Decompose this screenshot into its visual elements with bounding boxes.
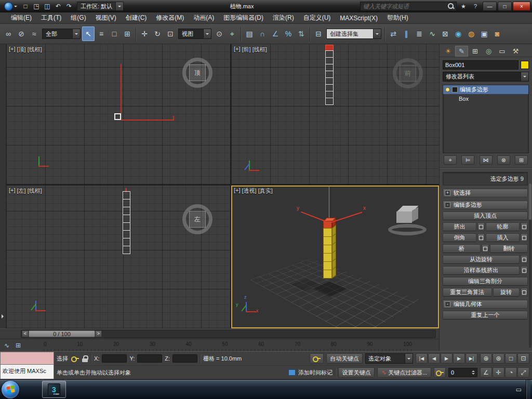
search-input[interactable] [361,3,447,9]
schematic-view-icon[interactable]: ⊠ [439,26,451,41]
add-time-tag-label[interactable]: 添加时间标记 [298,369,332,377]
tab-motion-icon[interactable]: ◎ [482,46,495,57]
menu-item[interactable]: MAXScript(X) [335,12,382,23]
viewcube-gizmo[interactable]: 前 [393,58,423,88]
viewcube-face[interactable]: 前 [400,65,416,82]
rotate-icon[interactable]: ↻ [151,26,164,41]
viewport-menu-button[interactable]: [+] [234,187,241,195]
unlink-icon[interactable]: ⊘ [15,26,28,41]
hinge-settings-button[interactable] [521,255,528,264]
gizmo-y-axis[interactable] [301,211,329,223]
flip-button[interactable]: 翻转 [490,244,528,253]
close-button[interactable]: × [513,2,530,11]
key-filters-button[interactable]: ∿ 关键点过滤器... [377,367,431,378]
move-icon[interactable]: ✛ [138,26,151,41]
scrollbar-thumb[interactable] [529,183,531,220]
box-front-faces[interactable] [323,220,332,278]
selection-filter-dropdown[interactable]: 全部 [42,29,81,39]
zoom-extents-all-icon[interactable]: ⊡ [517,353,529,364]
extrude-along-spline-button[interactable]: 沿样条线挤出 [443,266,520,275]
viewcube-gizmo[interactable] [387,204,429,238]
selection-lock-icon[interactable] [82,355,88,363]
viewport-top[interactable]: [+] [顶] [线框] 顶 [6,44,230,184]
y-coordinate-field[interactable] [137,354,162,363]
make-unique-icon[interactable]: ⋈ [480,155,493,165]
viewcube-side-face[interactable] [412,207,418,222]
bridge-button[interactable]: 桥 [443,244,481,253]
rollout-edit-geometry[interactable]: - 编辑几何体 [443,300,528,309]
reference-coordinate-dropdown[interactable]: 视图 [178,29,211,39]
spinner-snap-icon[interactable]: ⇅ [295,26,308,41]
z-coordinate-field[interactable] [172,354,197,363]
viewcube-gizmo[interactable]: 左 [182,204,212,234]
viewcube-face[interactable]: 左 [189,211,206,228]
object-name-field[interactable] [443,60,518,70]
tray-display-icon[interactable]: ▭ [516,386,522,393]
previous-frame-arrow[interactable]: < [22,330,29,337]
listener-row[interactable]: 欢迎使用 MAXSc [0,365,54,379]
zoom-icon[interactable]: ⊕ [480,353,492,364]
viewport-menu-button[interactable]: [+] [234,46,241,54]
named-selection-sets-dropdown[interactable]: 创建选择集 [326,29,381,39]
menu-item[interactable]: 工具(T) [36,12,66,23]
rollout-soft-selection[interactable]: + 软选择 [443,189,528,197]
inset-settings-button[interactable] [521,233,528,242]
modifier-list-dropdown[interactable]: 修改器列表 [443,72,529,82]
rollout-edit-polygons[interactable]: - 编辑多边形 [443,201,528,209]
box-object-wireframe[interactable] [123,192,130,254]
box-object[interactable] [323,219,340,285]
menu-item[interactable]: 视图(V) [91,12,121,23]
key-mode-toggle-button[interactable] [434,367,446,378]
viewport-perspective[interactable]: y x z x y [+] [透视] [真实] [231,185,439,328]
menu-item[interactable]: 帮助(H) [382,12,413,23]
collapse-icon[interactable]: - [445,301,450,307]
extrude-along-spline-settings-button[interactable] [521,266,528,275]
layout-tabs-icon[interactable]: ⊞ [16,342,21,349]
bind-spacewarp-icon[interactable]: ≈ [28,26,41,41]
tab-hierarchy-icon[interactable]: ⊞ [469,46,482,57]
box-side-faces[interactable] [332,217,336,278]
zoom-region-icon[interactable]: ∠ [480,367,492,378]
hinge-from-edge-button[interactable]: 从边旋转 [443,255,520,264]
maximize-viewport-icon[interactable]: ⤢ [517,367,529,378]
turn-button[interactable]: 旋转 [493,288,520,297]
orbit-icon[interactable]: ◔ [505,367,517,378]
menu-item[interactable]: 动画(A) [189,12,219,23]
collapse-icon[interactable]: - [445,202,450,208]
key-filter-scope-dropdown[interactable]: 选定对象 [365,353,413,364]
viewport-menu-button[interactable]: [+] [9,187,16,195]
menu-item[interactable]: 修改器(M) [151,12,189,23]
next-frame-arrow[interactable]: > [95,330,102,337]
pan-icon[interactable]: ✛ [493,367,504,378]
modifier-stack-item-box[interactable]: Box [443,94,528,103]
link-icon[interactable]: ∞ [2,26,15,41]
expand-icon[interactable]: + [445,190,450,196]
select-by-name-icon[interactable]: ≡ [95,26,108,41]
viewport-menu-button[interactable]: [+] [9,46,16,54]
repeat-last-button[interactable]: 重复上一个 [443,311,528,320]
prev-frame-button[interactable]: ◀ [428,353,440,364]
next-frame-button[interactable]: ▶ [453,353,465,364]
lightbulb-icon[interactable] [445,87,450,92]
tab-modify-icon[interactable]: ✎ [455,46,468,57]
spinner-arrows[interactable] [472,369,475,376]
viewport-shading-button[interactable]: [线框] [252,46,267,54]
pin-stack-icon[interactable]: ⌖ [444,155,457,165]
start-button[interactable] [2,381,19,398]
keyboard-override-icon[interactable]: ▤ [243,26,256,41]
material-editor-icon[interactable]: ◉ [452,26,464,41]
time-slider-track[interactable]: < 0 / 100 > [21,330,436,338]
render-setup-icon[interactable]: ◍ [465,26,477,41]
snap-3d-icon[interactable]: ∩ [256,26,269,41]
current-frame-field[interactable]: 0 [448,368,477,377]
menu-item[interactable]: 图形编辑器(D) [219,12,268,23]
tab-display-icon[interactable]: ▭ [496,46,509,57]
extrude-button[interactable]: 挤出 [443,222,476,231]
tab-utilities-icon[interactable]: ⚒ [509,46,522,57]
viewcube-face[interactable]: 顶 [189,64,206,81]
redo-icon[interactable]: ↷ [64,1,74,11]
show-desktop-button[interactable] [526,380,530,399]
open-file-icon[interactable]: ◳ [31,1,42,11]
insert-vertex-button[interactable]: 插入顶点 [443,211,528,220]
maximize-button[interactable]: □ [498,2,512,11]
